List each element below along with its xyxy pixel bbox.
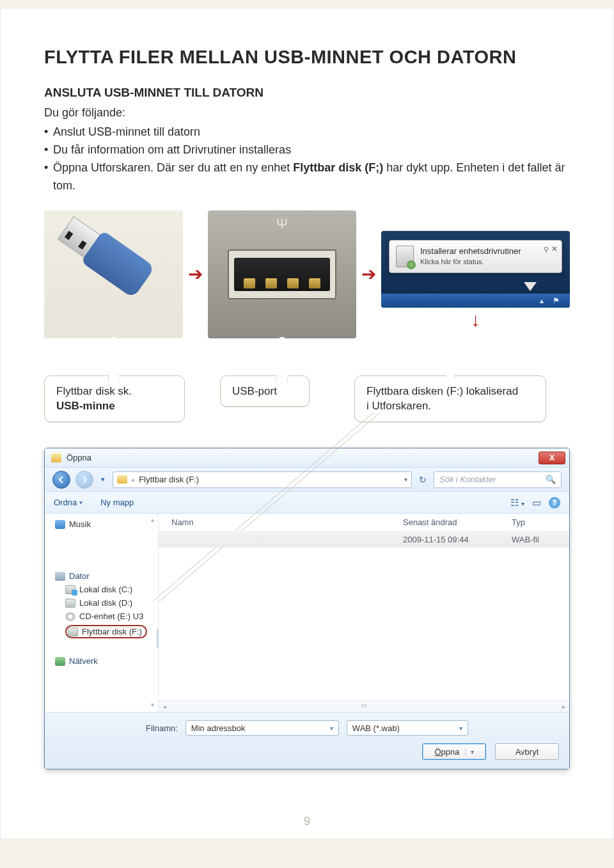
- cancel-button[interactable]: Avbryt: [495, 743, 559, 760]
- thumb-usb-port: Ψ: [208, 210, 356, 338]
- computer-icon: [55, 572, 65, 581]
- back-button[interactable]: [52, 471, 70, 489]
- horizontal-scrollbar[interactable]: ◂ m ▸: [159, 700, 569, 712]
- help-button[interactable]: ?: [549, 497, 560, 509]
- bullet-text: Öppna Utforskaren. Där ser du att en ny …: [53, 161, 293, 174]
- magnify-icon: ⚲: [544, 246, 549, 254]
- dialog-title: Öppna: [67, 453, 91, 462]
- callout-explorer: Flyttbara disken (F:) lokaliserad i Utfo…: [354, 375, 546, 423]
- section-subheading: ANSLUTA USB-MINNET TILL DATORN: [44, 86, 570, 100]
- callout-usb-stick: Flyttbar disk sk. USB-minne: [44, 375, 185, 423]
- new-folder-button[interactable]: Ny mapp: [100, 498, 134, 507]
- folder-icon: [117, 475, 127, 484]
- search-icon: 🔍: [546, 475, 556, 484]
- intro-text: Du gör följande:: [44, 106, 570, 120]
- close-button[interactable]: X: [539, 452, 565, 464]
- page-number: 9: [1, 815, 613, 828]
- thumb-notification: Installerar enhetsdrivrutiner Klicka här…: [381, 231, 570, 308]
- bullet-bold: Flyttbar disk (F;): [293, 161, 383, 174]
- sidebar-item-removable-f[interactable]: Flyttbar disk (F:): [64, 623, 158, 640]
- filename-input[interactable]: Min adressbok ▾: [185, 720, 339, 736]
- search-placeholder: Sök i Kontakter: [439, 475, 496, 484]
- bullet-list: Anslut USB-minnet till datorn Du får inf…: [44, 123, 570, 195]
- scroll-left-icon[interactable]: ◂: [159, 703, 170, 710]
- address-field[interactable]: « Flyttbar disk (F:) ▾: [113, 471, 412, 488]
- open-button-label: ppna: [441, 747, 460, 757]
- callout-text-bold: USB-minne: [56, 400, 115, 412]
- view-options-button[interactable]: ☷ ▾: [510, 497, 524, 509]
- scrollbar-label: m: [361, 702, 366, 709]
- cell-type: WAB-fil: [512, 535, 563, 544]
- breadcrumb-current[interactable]: Flyttbar disk (F:): [139, 475, 199, 484]
- bullet-item: Du får information om att Drivrutiner in…: [44, 141, 570, 159]
- driver-install-icon: [396, 246, 414, 267]
- sidebar-item-computer[interactable]: Dator: [54, 569, 158, 583]
- column-headers: Namn Senast ändrad Typ: [159, 514, 569, 532]
- chevron-down-icon[interactable]: ▾: [459, 725, 462, 732]
- thumbnail-row: ➔ Ψ ➔ In: [44, 210, 570, 338]
- chevron-down-icon[interactable]: ▾: [404, 476, 407, 483]
- filename-label: Filnamn:: [146, 723, 178, 733]
- page-heading: FLYTTA FILER MELLAN USB-MINNET OCH DATOR…: [44, 47, 570, 68]
- notification-title: Installerar enhetsdrivrutiner: [420, 246, 521, 257]
- tray-chevron-icon[interactable]: ▴: [540, 296, 544, 305]
- sidebar-item-music[interactable]: Musik: [54, 517, 158, 531]
- folder-icon: [51, 454, 61, 462]
- notification-subtitle: Klicka här för status.: [420, 257, 521, 267]
- dialog-toolbar: Ordna ▾ Ny mapp ☷ ▾ ▭ ?: [45, 492, 569, 514]
- scroll-up-button[interactable]: ▴: [148, 516, 157, 523]
- sidebar-item-drive-c[interactable]: Lokal disk (C:): [64, 583, 158, 596]
- thumb-usb-stick: [44, 210, 183, 338]
- column-name[interactable]: Namn: [171, 517, 403, 527]
- bullet-item: Anslut USB-minnet till datorn: [44, 123, 570, 141]
- split-button-chevron[interactable]: ▾: [465, 748, 474, 755]
- callout-labels: Flyttbar disk sk. USB-minne USB-port Fly…: [44, 375, 570, 423]
- usb-stick-icon: [54, 212, 155, 298]
- column-modified[interactable]: Senast ändrad: [403, 517, 512, 527]
- tray-flag-icon[interactable]: ⚑: [553, 296, 560, 305]
- bullet-item: Öppna Utforskaren. Där ser du att en ny …: [44, 159, 570, 195]
- organize-button[interactable]: Ordna ▾: [54, 498, 83, 507]
- callout-text: USB-port: [232, 385, 277, 397]
- cell-name: [171, 535, 403, 544]
- refresh-button[interactable]: ↻: [417, 475, 429, 485]
- drive-icon: [65, 585, 75, 594]
- callout-text: i Utforskaren.: [366, 400, 431, 412]
- music-icon: [55, 520, 65, 529]
- network-icon: [55, 657, 65, 666]
- arrow-right-icon: ➔: [188, 264, 203, 285]
- sidebar-item-cd-e[interactable]: CD-enhet (E:) U3: [64, 610, 158, 623]
- cd-icon: [65, 612, 75, 621]
- chevron-down-icon: ▾: [79, 499, 83, 506]
- open-dialog: Öppna X ▾ « Flyttbar disk (F:) ▾ ↻ Sök i…: [44, 448, 570, 769]
- arrow-down-icon: ↓: [381, 309, 570, 331]
- address-bar-row: ▾ « Flyttbar disk (F:) ▾ ↻ Sök i Kontakt…: [45, 468, 569, 492]
- filetype-select[interactable]: WAB (*.wab) ▾: [347, 720, 468, 736]
- search-input[interactable]: Sök i Kontakter 🔍: [434, 471, 562, 488]
- dialog-footer: Filnamn: Min adressbok ▾ WAB (*.wab) ▾ Ö…: [45, 712, 569, 769]
- chevron-down-icon[interactable]: ▾: [330, 725, 333, 732]
- scroll-right-icon[interactable]: ▸: [558, 703, 569, 710]
- open-button[interactable]: Öppna ▾: [422, 743, 486, 760]
- sidebar-item-network[interactable]: Nätverk: [54, 654, 158, 668]
- usb-trident-icon: Ψ: [276, 216, 288, 232]
- preview-pane-button[interactable]: ▭: [532, 497, 541, 509]
- callout-usb-port: USB-port: [220, 375, 310, 407]
- dialog-body: ▴ Musik Dator Lokal disk (C:) Lokal disk…: [45, 514, 569, 712]
- forward-button[interactable]: [75, 471, 93, 489]
- nav-history-dropdown[interactable]: ▾: [98, 475, 107, 484]
- callout-text: Flyttbara disken (F:) lokaliserad: [366, 385, 518, 397]
- callout-text: Flyttbar disk sk.: [56, 385, 132, 397]
- dialog-titlebar: Öppna X: [45, 448, 569, 468]
- arrow-right-icon: ➔: [361, 264, 376, 285]
- file-list-area: Namn Senast ändrad Typ 2009-11-15 09:44 …: [159, 514, 569, 712]
- system-tray: ▴ ⚑: [381, 294, 570, 308]
- scroll-down-button[interactable]: ▾: [148, 701, 157, 708]
- drive-icon: [68, 627, 78, 636]
- close-icon[interactable]: ✕: [551, 244, 558, 253]
- nav-sidebar: ▴ Musik Dator Lokal disk (C:) Lokal disk…: [45, 514, 159, 712]
- cell-modified: 2009-11-15 09:44: [403, 535, 512, 544]
- sidebar-item-drive-d[interactable]: Lokal disk (D:): [64, 596, 158, 610]
- column-type[interactable]: Typ: [512, 517, 563, 527]
- file-row[interactable]: 2009-11-15 09:44 WAB-fil: [159, 532, 569, 548]
